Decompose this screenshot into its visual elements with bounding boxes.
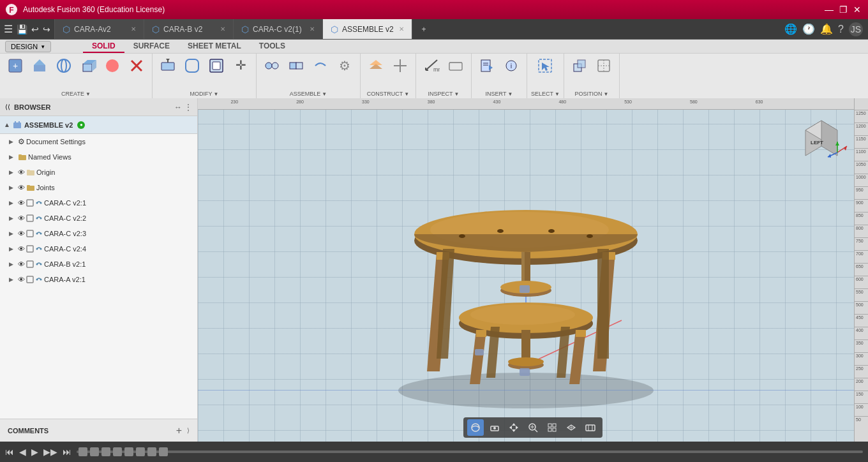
browser-item-document-settings[interactable]: ▶ ⚙ Document Settings	[0, 134, 197, 149]
timeline-item[interactable]	[159, 447, 168, 456]
notification-icon[interactable]: 🔔	[820, 23, 833, 35]
comments-add-icon[interactable]: +	[176, 425, 182, 436]
minimize-button[interactable]: —	[823, 4, 835, 15]
position-btn1[interactable]	[568, 56, 591, 77]
toolbar-tab-surface[interactable]: SURFACE	[124, 40, 179, 53]
tab-cara-cv2[interactable]: ⬡ CARA-C v2(1) ✕	[234, 19, 323, 39]
tab-close-icon[interactable]: ✕	[220, 26, 225, 33]
measure-button[interactable]: mm	[420, 56, 443, 77]
offset-plane-button[interactable]	[364, 56, 387, 77]
position-btn2[interactable]	[592, 56, 615, 77]
drive-joints-button[interactable]: ⚙	[333, 56, 356, 77]
browser-item-cara-c-v2-3[interactable]: ▶ 👁 CARA-C v2:3	[0, 226, 197, 241]
insert-btn2[interactable]: i	[500, 56, 523, 77]
timeline-item[interactable]	[147, 447, 156, 456]
tab-cara-av2[interactable]: ⬡ CARA-Av2 ✕	[55, 19, 144, 39]
browser-item-cara-a-v2-1[interactable]: ▶ 👁 CARA-A v2:1	[0, 272, 197, 287]
app-menu-icon[interactable]: ☰	[4, 23, 13, 35]
new-component-button[interactable]: +	[4, 56, 27, 77]
svg-point-107	[497, 229, 504, 233]
svg-point-21	[266, 63, 272, 69]
tab-close-icon[interactable]: ✕	[310, 26, 315, 33]
browser-item-named-views[interactable]: ▶ Named Views	[0, 149, 197, 165]
browser-item-joints[interactable]: ▶ 👁 Joints	[0, 180, 197, 195]
motion-link-button[interactable]	[309, 56, 332, 77]
new-tab-button[interactable]: +	[412, 19, 435, 39]
box-button[interactable]	[77, 56, 100, 77]
svg-point-68	[36, 248, 38, 250]
joint-button[interactable]	[260, 56, 283, 77]
move-button[interactable]: ✛	[229, 56, 252, 77]
timeline-end-icon[interactable]: ⏭	[63, 447, 71, 457]
assemble-caret-icon: ▼	[322, 91, 327, 97]
viewport[interactable]: 230 280 330 380 430 480 530 580 630 1250…	[198, 98, 868, 442]
timeline-prev-icon[interactable]: ◀	[19, 447, 26, 457]
svg-rect-23	[290, 63, 296, 69]
maximize-button[interactable]: ❐	[837, 4, 849, 15]
cloud-icon[interactable]: 🌐	[784, 23, 797, 35]
collapse-icon[interactable]: ⟨⟨	[5, 103, 10, 110]
as-built-joint-button[interactable]	[285, 56, 308, 77]
construct-btn2[interactable]	[389, 56, 412, 77]
tab-close-icon[interactable]: ✕	[399, 26, 404, 33]
orbit-button[interactable]	[467, 419, 484, 436]
inspect-btn2[interactable]	[444, 56, 467, 77]
view-cube-button[interactable]	[563, 419, 580, 436]
root-collapse-icon[interactable]: ▲	[4, 121, 10, 128]
assemble-icons: ⚙	[260, 56, 356, 77]
clock-icon[interactable]: 🕐	[802, 23, 815, 35]
browser-item-cara-c-v2-4[interactable]: ▶ 👁 CARA-C v2:4	[0, 241, 197, 257]
tab-assemble-v2[interactable]: ⬡ ASSEMBLE v2 ✕	[323, 19, 412, 39]
browser-item-cara-c-v2-1[interactable]: ▶ 👁 CARA-C v2:1	[0, 195, 197, 211]
timeline-next-icon[interactable]: ▶▶	[43, 447, 57, 457]
tab-cara-bv2[interactable]: ⬡ CARA-B v2 ✕	[144, 19, 234, 39]
item-label: CARA-C v2:4	[44, 245, 197, 253]
timeline-item[interactable]	[79, 447, 87, 456]
tab-close-icon[interactable]: ✕	[131, 26, 136, 33]
sphere-button[interactable]	[101, 56, 124, 77]
eye-icon: 👁	[18, 184, 25, 191]
comments-resize-icon[interactable]: ⟩	[187, 427, 190, 434]
select-button[interactable]	[534, 56, 557, 77]
timeline-item[interactable]	[101, 447, 110, 456]
fillet-button[interactable]	[181, 56, 204, 77]
zoom-button[interactable]	[525, 419, 541, 436]
browser-item-origin[interactable]: ▶ 👁 Origin	[0, 165, 197, 180]
look-at-button[interactable]	[486, 419, 503, 436]
toolbar-tab-solid[interactable]: SOLID	[83, 40, 124, 53]
svg-rect-105	[475, 349, 484, 355]
timeline-item[interactable]	[90, 447, 99, 456]
titlebar-title: Autodesk Fusion 360 (Education License)	[23, 5, 165, 14]
timeline-item[interactable]	[136, 447, 145, 456]
timeline-item[interactable]	[124, 447, 133, 456]
timeline-start-icon[interactable]: ⏮	[5, 447, 14, 457]
extrude-button[interactable]	[28, 56, 51, 77]
user-icon[interactable]: JS	[849, 22, 863, 36]
browser-root-item[interactable]: ▲ ASSEMBLE v2 ●	[0, 116, 197, 134]
pan-button[interactable]	[505, 419, 522, 436]
undo-icon[interactable]: ↩	[31, 24, 39, 34]
shell-button[interactable]	[205, 56, 228, 77]
press-pull-button[interactable]	[156, 56, 179, 77]
insert-svg-button[interactable]	[475, 56, 498, 77]
browser-expand-icon[interactable]: ↔	[174, 103, 182, 112]
remove-button[interactable]	[125, 56, 148, 77]
fit-button[interactable]	[544, 419, 560, 436]
toolbar-wrapper: DESIGN ▼ SOLID SURFACE SHEET METAL TOOLS…	[0, 40, 868, 98]
browser-item-cara-c-v2-2[interactable]: ▶ 👁 CARA-C v2:2	[0, 211, 197, 226]
display-settings-button[interactable]	[582, 419, 599, 436]
close-button[interactable]: ✕	[851, 4, 863, 15]
timeline-item[interactable]	[113, 447, 122, 456]
save-icon[interactable]: 💾	[17, 24, 27, 34]
revolve-button[interactable]	[52, 56, 75, 77]
timeline-play-icon[interactable]: ▶	[31, 447, 38, 457]
redo-icon[interactable]: ↪	[43, 24, 50, 34]
browser-options-icon[interactable]: ⋮	[184, 103, 192, 112]
browser-item-cara-b-v2-1[interactable]: ▶ 👁 CARA-B v2:1	[0, 257, 197, 272]
comments-bar: COMMENTS + ⟩	[0, 419, 197, 442]
design-dropdown[interactable]: DESIGN ▼	[5, 41, 51, 52]
toolbar-tab-tools[interactable]: TOOLS	[250, 40, 294, 53]
toolbar-tab-sheetmetal[interactable]: SHEET METAL	[179, 40, 250, 53]
create-icons: +	[4, 56, 148, 77]
help-icon[interactable]: ?	[838, 24, 844, 35]
